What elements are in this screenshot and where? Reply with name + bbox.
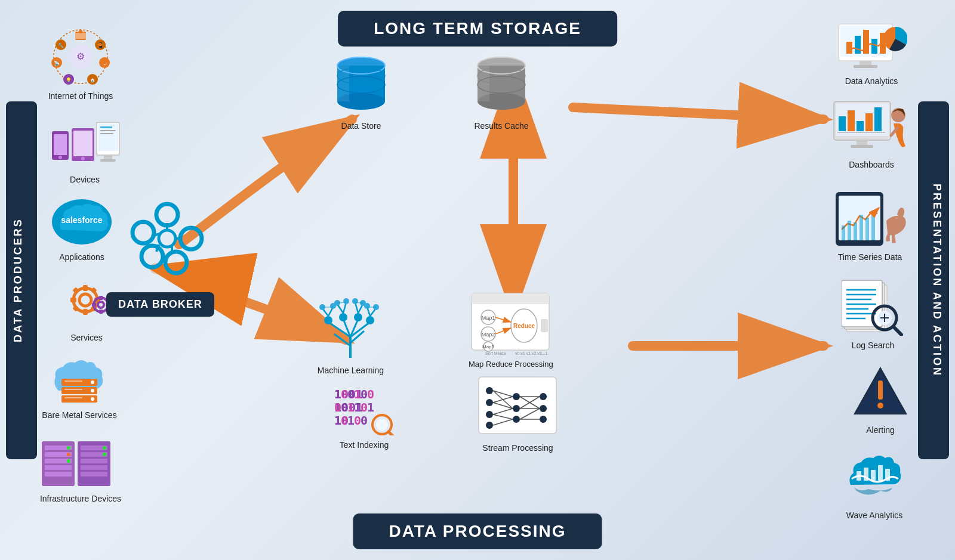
iot-label: Internet of Things xyxy=(48,91,113,101)
map-reduce-icon: Map1 Map2 Map3 Reduce Sort Merge v0,v1 v… xyxy=(470,292,551,355)
alerting-item: Alerting xyxy=(851,364,910,435)
svg-rect-146 xyxy=(541,319,548,332)
svg-rect-251 xyxy=(878,465,883,481)
svg-rect-227 xyxy=(871,211,875,240)
svg-text:Map2: Map2 xyxy=(482,332,495,338)
svg-point-5 xyxy=(165,252,187,273)
svg-point-72 xyxy=(91,397,94,401)
bare-metal-label: Bare Metal Services xyxy=(42,410,116,420)
svg-rect-63 xyxy=(92,303,96,307)
time-series-icon xyxy=(833,191,907,247)
svg-point-128 xyxy=(352,298,358,304)
svg-point-33 xyxy=(103,61,106,64)
svg-point-178 xyxy=(486,422,493,429)
svg-text:💡: 💡 xyxy=(66,77,72,83)
svg-point-3 xyxy=(156,204,178,225)
svg-point-88 xyxy=(67,459,70,463)
svg-rect-73 xyxy=(64,397,82,398)
svg-rect-203 xyxy=(871,39,877,54)
svg-rect-61 xyxy=(99,296,103,300)
devices-icon xyxy=(49,119,121,170)
svg-rect-223 xyxy=(848,221,851,240)
svg-point-179 xyxy=(513,393,520,400)
text-indexing-item: 1001 1001 10 1 0 0 1 0 0 0 0 1 1 0 1 1 0… xyxy=(331,382,397,450)
svg-point-4 xyxy=(180,228,202,249)
svg-point-127 xyxy=(343,298,349,304)
data-broker-icon xyxy=(125,197,209,283)
stream-processing-icon xyxy=(478,376,558,438)
svg-point-177 xyxy=(486,411,493,418)
time-series-item: Time Series Data xyxy=(833,191,907,262)
svg-point-87 xyxy=(67,453,70,456)
svg-rect-79 xyxy=(45,472,72,477)
svg-point-247 xyxy=(877,403,883,409)
log-search-item: Log Search xyxy=(842,279,904,350)
svg-text:⚙: ⚙ xyxy=(76,51,85,61)
svg-rect-70 xyxy=(64,389,82,390)
svg-rect-248 xyxy=(857,471,861,481)
svg-point-114 xyxy=(354,313,362,321)
svg-point-181 xyxy=(513,416,520,423)
svg-line-241 xyxy=(894,327,901,335)
machine-learning-item: Machine Learning xyxy=(316,295,385,375)
machine-learning-label: Machine Learning xyxy=(318,366,384,375)
text-indexing-label: Text Indexing xyxy=(340,440,389,450)
map-reduce-label: Map Reduce Processing xyxy=(469,360,553,369)
svg-point-66 xyxy=(91,380,94,384)
services-label: Services xyxy=(70,333,103,342)
svg-rect-67 xyxy=(64,380,82,382)
data-store-item: Data Store xyxy=(331,51,391,131)
salesforce-icon: salesforce xyxy=(49,197,115,247)
svg-rect-52 xyxy=(83,309,88,315)
data-store-icon xyxy=(331,51,391,116)
svg-point-50 xyxy=(79,294,91,306)
svg-point-32 xyxy=(98,43,102,47)
svg-point-115 xyxy=(366,316,374,324)
devices-label: Devices xyxy=(70,175,100,184)
svg-rect-207 xyxy=(854,65,877,68)
infrastructure-item: Infrastructure Devices xyxy=(39,438,122,503)
svg-rect-213 xyxy=(865,113,873,131)
data-analytics-label: Data Analytics xyxy=(845,76,898,86)
wave-analytics-item: Wave Analytics xyxy=(839,446,910,520)
svg-text:🏠: 🏠 xyxy=(90,77,96,83)
svg-text:1: 1 xyxy=(367,400,374,414)
svg-point-39 xyxy=(81,157,85,160)
iot-item: 📱 ⚙ 🏠 💡 📡 🔧 ⚙ xyxy=(48,27,113,101)
svg-text:v0,v1   v1,v2,v3...1: v0,v1 v1,v2,v3...1 xyxy=(515,351,548,355)
svg-point-89 xyxy=(103,446,106,450)
svg-point-113 xyxy=(339,313,347,321)
svg-point-172 xyxy=(376,419,388,431)
results-cache-item: Results Cache xyxy=(472,51,531,131)
map-reduce-item: Map1 Map2 Map3 Reduce Sort Merge v0,v1 v… xyxy=(469,292,553,369)
svg-rect-83 xyxy=(81,459,107,463)
wave-analytics-icon xyxy=(839,446,910,506)
data-analytics-icon xyxy=(836,21,907,72)
svg-point-175 xyxy=(486,387,493,394)
svg-point-8 xyxy=(159,230,175,247)
results-cache-label: Results Cache xyxy=(474,121,528,131)
svg-rect-16 xyxy=(75,33,86,39)
svg-point-182 xyxy=(540,393,547,400)
results-cache-icon xyxy=(472,51,531,116)
svg-text:🔧: 🔧 xyxy=(58,42,64,48)
wave-analytics-label: Wave Analytics xyxy=(846,511,902,520)
svg-line-173 xyxy=(389,432,395,435)
svg-rect-214 xyxy=(874,107,882,131)
svg-text:0: 0 xyxy=(367,387,374,401)
applications-label: Applications xyxy=(59,252,104,262)
svg-point-7 xyxy=(133,222,154,243)
applications-item: salesforce Applications xyxy=(49,197,115,262)
iot-icon: 📱 ⚙ 🏠 💡 📡 🔧 ⚙ xyxy=(48,27,113,86)
svg-rect-246 xyxy=(878,380,883,400)
svg-rect-62 xyxy=(99,310,103,314)
svg-point-6 xyxy=(141,246,163,267)
svg-rect-45 xyxy=(100,130,116,131)
svg-rect-212 xyxy=(857,121,864,131)
alerting-label: Alerting xyxy=(866,425,894,435)
svg-text:Map3: Map3 xyxy=(482,344,495,349)
data-store-label: Data Store xyxy=(341,121,381,131)
svg-rect-211 xyxy=(848,110,855,131)
svg-rect-46 xyxy=(100,133,113,134)
devices-item: Devices xyxy=(49,119,121,184)
